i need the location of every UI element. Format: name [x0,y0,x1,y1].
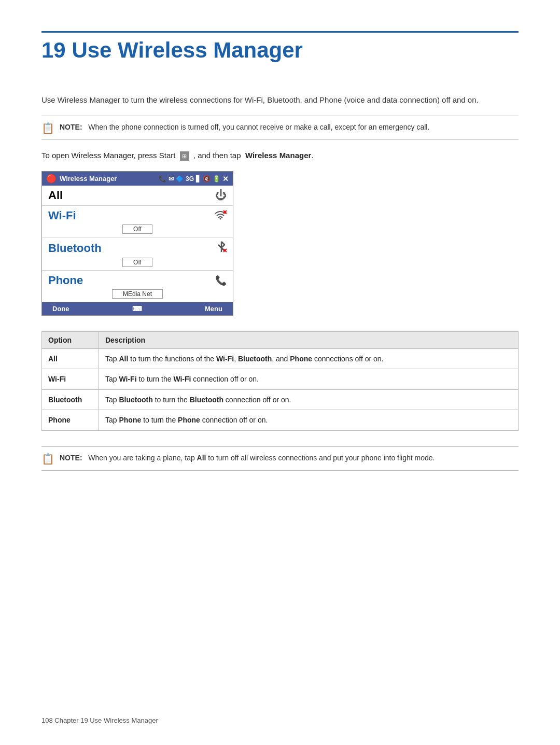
table-cell-desc-bluetooth: Tap Bluetooth to turn the Bluetooth conn… [99,389,519,410]
wm-keyboard-icon[interactable]: ⌨ [132,305,142,313]
tb-icon-battery: 🔋 [213,175,220,182]
wm-wifi-label: Wi-Fi [48,209,76,222]
instruction-part2: , and then tap [193,151,241,160]
table-header-option: Option [42,332,99,349]
wm-bluetooth-icon [216,241,227,256]
table-cell-option-all: All [42,349,99,369]
wm-bluetooth-label: Bluetooth [48,242,102,255]
note-icon-1: 📋 [41,122,54,134]
table-cell-option-phone: Phone [42,410,99,430]
wm-all-label: All [48,189,63,202]
page-footer: 108 Chapter 19 Use Wireless Manager [41,716,158,724]
instruction-bold: Wireless Manager [245,151,311,160]
start-icon: ⊞ [180,151,189,161]
wm-title-icon: 🔴 [46,174,57,184]
note-text-2: NOTE: When you are taking a plane, tap A… [60,452,435,463]
table-cell-option-wifi: Wi-Fi [42,369,99,389]
wm-all-icon: ⏻ [215,189,227,202]
tb-icon-sound: 🔇 [203,175,211,182]
instruction-text: To open Wireless Manager, press Start ⊞ … [41,149,519,162]
tb-icon-bars: ▋ [196,175,201,182]
table-header-row: Option Description [42,332,519,349]
note-box-2: 📋 NOTE: When you are taking a plane, tap… [41,446,519,471]
wm-title-text: Wireless Manager [60,175,117,182]
tb-icon-voicemail: 📞 [159,175,166,182]
note-box-1: 📋 NOTE: When the phone connection is tur… [41,116,519,140]
note-icon-2: 📋 [41,453,54,465]
wireless-manager-mockup: 🔴 Wireless Manager 📞 ✉ 🔷 3G ▋ 🔇 🔋 ✕ All … [41,171,233,316]
wm-phone-status: MEdia Net [112,289,163,299]
instruction-part1: To open Wireless Manager, press Start [41,151,175,160]
wm-bluetooth-status: Off [122,258,152,267]
note-text-1: NOTE: When the phone connection is turne… [60,121,429,133]
tb-icon-close[interactable]: ✕ [222,175,229,183]
wm-row-bluetooth[interactable]: Bluetooth Off [42,237,233,271]
wm-row-all[interactable]: All ⏻ [42,186,233,206]
table-row: Bluetooth Tap Bluetooth to turn the Blue… [42,389,519,410]
table-cell-desc-wifi: Tap Wi-Fi to turn the Wi-Fi connection o… [99,369,519,389]
wm-bottom-bar: Done ⌨ Menu [42,302,233,315]
wm-wifi-icon [214,209,227,222]
wm-phone-icon: 📞 [215,275,227,286]
instruction-part3: . [311,151,313,160]
tb-icon-bt: 🔷 [176,175,184,182]
table-row: Phone Tap Phone to turn the Phone connec… [42,410,519,430]
svg-point-0 [220,218,221,219]
wm-titlebar-left: 🔴 Wireless Manager [46,174,117,184]
wm-row-wifi[interactable]: Wi-Fi Off [42,206,233,237]
wm-done-btn[interactable]: Done [52,305,69,313]
wm-titlebar: 🔴 Wireless Manager 📞 ✉ 🔷 3G ▋ 🔇 🔋 ✕ [42,172,233,186]
table-cell-desc-all: Tap All to turn the functions of the Wi-… [99,349,519,369]
note-label-2: NOTE: [60,454,82,462]
wm-titlebar-icons: 📞 ✉ 🔷 3G ▋ 🔇 🔋 ✕ [159,175,229,183]
wm-phone-label: Phone [48,274,83,287]
note-label-1: NOTE: [60,123,82,131]
note-content-1: When the phone connection is turned off,… [88,123,429,131]
table-cell-desc-phone: Tap Phone to turn the Phone connection o… [99,410,519,430]
table-row: Wi-Fi Tap Wi-Fi to turn the Wi-Fi connec… [42,369,519,389]
table-header-description: Description [99,332,519,349]
wm-wifi-status: Off [122,224,152,234]
table-row: All Tap All to turn the functions of the… [42,349,519,369]
intro-text: Use Wireless Manager to turn the wireles… [41,94,519,106]
tb-icon-mail: ✉ [169,175,174,182]
page-title: 19 Use Wireless Manager [41,31,519,63]
wm-menu-btn[interactable]: Menu [205,305,222,313]
table-cell-option-bluetooth: Bluetooth [42,389,99,410]
info-table: Option Description All Tap All to turn t… [41,331,519,431]
wm-row-phone[interactable]: Phone 📞 MEdia Net [42,271,233,302]
tb-icon-signal: 3G [186,175,194,182]
